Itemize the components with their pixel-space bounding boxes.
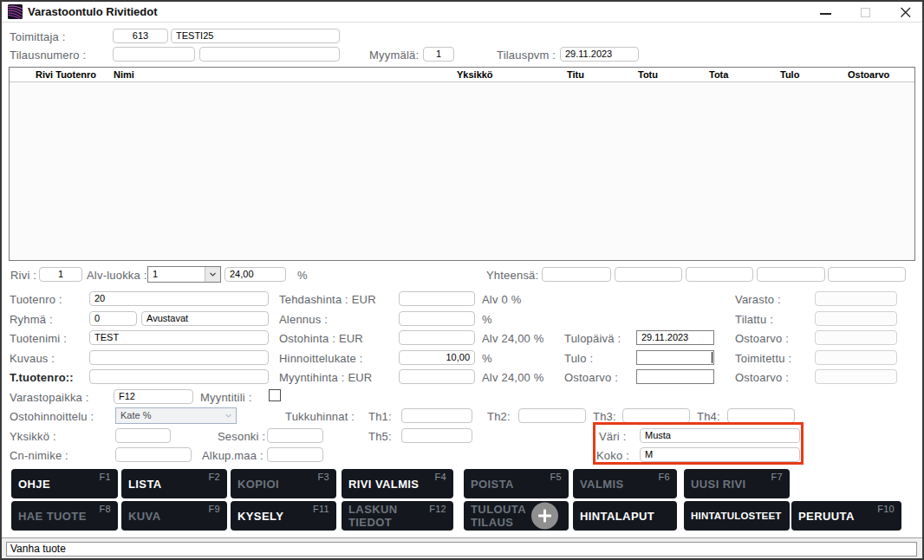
peruuta-button[interactable]: PERUUTAF10 bbox=[791, 501, 901, 531]
text-caret bbox=[712, 352, 713, 363]
yhteensa-field-1[interactable] bbox=[542, 267, 611, 282]
line-items-grid[interactable]: Rivi Tuotenro Nimi Yksikkö Titu Totu Tot… bbox=[9, 67, 915, 261]
yksikko-field[interactable] bbox=[115, 428, 171, 443]
varastopaikka-label: Varastopaikka : bbox=[10, 391, 89, 404]
lista-button[interactable]: LISTAF2 bbox=[121, 469, 227, 498]
poista-button[interactable]: POISTAF5 bbox=[464, 469, 569, 498]
tehdashinta-label: Tehdashinta : EUR bbox=[279, 293, 376, 306]
tehdashinta-field[interactable] bbox=[399, 291, 475, 306]
tuotenimi-field[interactable]: TEST bbox=[89, 330, 269, 345]
varastopaikka-field[interactable]: F12 bbox=[114, 389, 193, 404]
vari-label: Väri : bbox=[599, 430, 627, 443]
alv-luokka-label: Alv-luokka : bbox=[87, 269, 147, 282]
vari-field[interactable]: Musta bbox=[640, 428, 800, 443]
tulopaiva-label: Tulopäivä : bbox=[564, 332, 621, 345]
tuotenro-field[interactable]: 20 bbox=[89, 291, 269, 306]
yhteensa-field-2[interactable] bbox=[615, 267, 682, 282]
alv-luokka-select[interactable]: 1 bbox=[147, 266, 221, 283]
myyntihinta-field[interactable] bbox=[399, 369, 475, 384]
t-tuotenro-field[interactable] bbox=[89, 369, 269, 384]
tilattu-label: Tilattu : bbox=[735, 313, 773, 326]
kuva-button[interactable]: KUVAF9 bbox=[121, 501, 227, 531]
plus-icon[interactable] bbox=[531, 503, 558, 530]
th4-field[interactable] bbox=[727, 408, 795, 423]
hintalaput-button[interactable]: HINTALAPUT bbox=[573, 501, 677, 531]
yhteensa-field-5[interactable] bbox=[828, 267, 906, 282]
rivi-field[interactable]: 1 bbox=[39, 267, 82, 282]
myymala-label: Myymälä: bbox=[369, 49, 419, 62]
toimitettu-field bbox=[815, 350, 897, 365]
ryhma-code-field[interactable]: 0 bbox=[89, 311, 137, 326]
t-tuotenro-label: T.tuotenro:: bbox=[10, 371, 74, 384]
hintatulosteet-button[interactable]: HINTATULOSTEET bbox=[684, 501, 790, 531]
alennus-field[interactable] bbox=[399, 311, 475, 326]
th1-label: Th1: bbox=[368, 410, 392, 423]
tulopaiva-field[interactable]: 29.11.2023 bbox=[636, 330, 714, 345]
tulo-field[interactable] bbox=[636, 350, 714, 365]
toimittaja-code-field[interactable]: 613 bbox=[113, 29, 168, 43]
alkup-maa-field[interactable] bbox=[267, 447, 323, 462]
grid-header: Rivi Tuotenro Nimi Yksikkö Titu Totu Tot… bbox=[10, 68, 914, 82]
col-nimi: Nimi bbox=[114, 69, 134, 80]
minimize-button[interactable] bbox=[820, 2, 832, 23]
ostohinta-field[interactable] bbox=[399, 330, 475, 345]
valmis-button[interactable]: VALMISF6 bbox=[573, 469, 677, 498]
tilausnumero-field-1[interactable] bbox=[113, 47, 195, 62]
toimittaja-label: Toimittaja : bbox=[10, 30, 66, 43]
tilausnumero-label: Tilausnumero : bbox=[10, 49, 86, 62]
sesonki-label: Sesonki : bbox=[218, 430, 265, 443]
toimittaja-name-field[interactable]: TESTI25 bbox=[171, 29, 340, 43]
koko-field[interactable]: M bbox=[640, 447, 800, 462]
chevron-down-icon-disabled bbox=[220, 408, 236, 423]
tilausnumero-field-2[interactable] bbox=[199, 47, 340, 62]
ostoarvo-2-field bbox=[815, 369, 897, 384]
col-titu: Titu bbox=[567, 69, 584, 80]
rivi-valmis-button[interactable]: RIVI VALMISF4 bbox=[342, 469, 453, 498]
ostohinnoittelu-select: Kate % bbox=[115, 407, 237, 424]
yhteensa-field-3[interactable] bbox=[686, 267, 753, 282]
th3-field[interactable] bbox=[622, 408, 690, 423]
col-tulo: Tulo bbox=[780, 69, 799, 80]
chevron-down-icon[interactable] bbox=[205, 267, 220, 282]
col-yksikko: Yksikkö bbox=[457, 69, 493, 80]
alennus-percent-label: % bbox=[482, 313, 492, 326]
status-text: Vanha tuote bbox=[6, 542, 917, 557]
hinnoittelukate-label: Hinnoittelukate : bbox=[279, 352, 363, 365]
toimitettu-label: Toimitettu : bbox=[735, 352, 791, 365]
ostoarvo-mid-field[interactable] bbox=[636, 369, 714, 384]
alkup-maa-label: Alkup.maa : bbox=[202, 449, 264, 462]
myymala-field[interactable]: 1 bbox=[423, 47, 454, 62]
kuvaus-label: Kuvaus : bbox=[10, 352, 55, 365]
laskun-tiedot-button[interactable]: LASKUN TIEDOTF12 bbox=[342, 501, 453, 531]
col-tota: Tota bbox=[709, 69, 728, 80]
tulouta-tilaus-button[interactable]: TULOUTA TILAUS bbox=[464, 501, 569, 531]
app-icon bbox=[8, 4, 23, 19]
kysely-button[interactable]: KYSELYF11 bbox=[231, 501, 336, 531]
hae-tuote-button[interactable]: HAE TUOTEF8 bbox=[11, 501, 118, 531]
hinnoittelukate-percent-label: % bbox=[482, 352, 492, 365]
tilauspvm-label: Tilauspvm : bbox=[497, 49, 556, 62]
tulo-label: Tulo : bbox=[564, 352, 593, 365]
maximize-button[interactable] bbox=[860, 2, 872, 23]
alv-percent-field[interactable]: 24,00 bbox=[224, 267, 286, 282]
percent-label: % bbox=[297, 269, 308, 282]
ostoarvo-1-label: Ostoarvo : bbox=[735, 332, 789, 345]
th5-field[interactable] bbox=[401, 428, 472, 443]
ohje-button[interactable]: OHJEF1 bbox=[11, 469, 118, 498]
sesonki-field[interactable] bbox=[267, 428, 323, 443]
th1-field[interactable] bbox=[401, 408, 472, 423]
cn-nimike-field[interactable] bbox=[115, 447, 192, 462]
window: Varastoontulo Rivitiedot Toimittaja : 61… bbox=[0, 0, 924, 560]
uusi-rivi-button[interactable]: UUSI RIVIF7 bbox=[684, 469, 790, 498]
hinnoittelukate-field[interactable]: 10,00 bbox=[399, 350, 475, 365]
close-button[interactable] bbox=[900, 2, 912, 23]
kuvaus-field[interactable] bbox=[89, 350, 269, 365]
yhteensa-field-4[interactable] bbox=[757, 267, 825, 282]
ryhma-name-field[interactable]: Avustavat bbox=[141, 311, 269, 326]
myyntitili-checkbox[interactable] bbox=[269, 389, 281, 401]
tilauspvm-field[interactable]: 29.11.2023 bbox=[560, 47, 639, 62]
kopioi-button[interactable]: KOPIOIF3 bbox=[231, 469, 336, 498]
th2-field[interactable] bbox=[518, 408, 586, 423]
ostoarvo-mid-label: Ostoarvo : bbox=[564, 371, 618, 384]
alv-luokka-value: 1 bbox=[153, 269, 158, 279]
